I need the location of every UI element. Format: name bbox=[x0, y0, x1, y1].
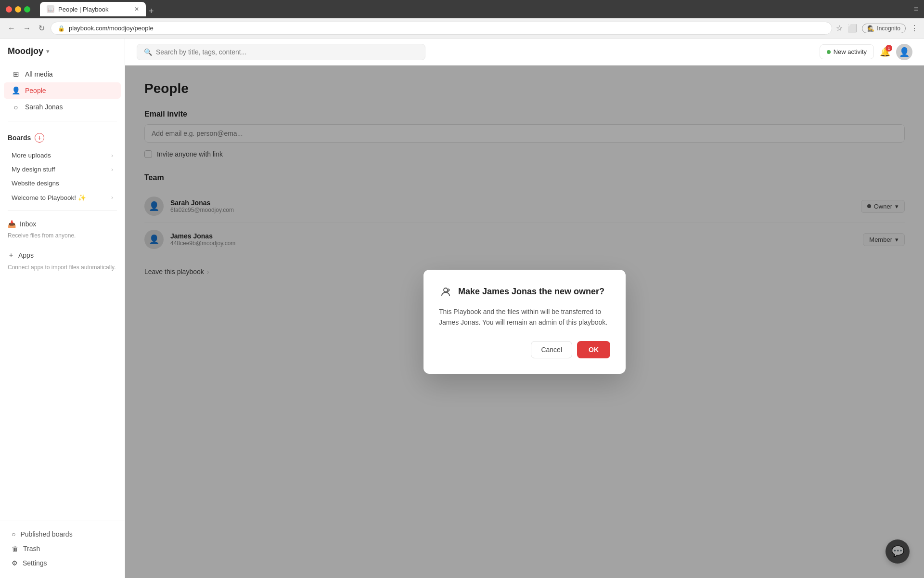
published-icon: ○ bbox=[12, 530, 15, 538]
modal-body: This Playbook and the files within will … bbox=[439, 306, 610, 328]
modal-person-icon bbox=[439, 285, 452, 299]
incognito-label: Incognito bbox=[877, 25, 900, 32]
browser-titlebar: 📖 People | Playbook ✕ + ≡ bbox=[0, 0, 924, 18]
sidebar-item-apps[interactable]: ＋ Apps bbox=[4, 248, 121, 263]
topbar: 🔍 New activity 🔔 1 👤 bbox=[125, 39, 924, 66]
sidebar-item-label-sarah: Sarah Jonas bbox=[25, 103, 63, 111]
inbox-icon: 📥 bbox=[8, 220, 16, 228]
sidebar-divider-2 bbox=[8, 210, 117, 211]
dot-maximize[interactable] bbox=[24, 6, 30, 13]
grid-icon: ⊞ bbox=[12, 70, 20, 79]
board-label-my-design: My design stuff bbox=[12, 166, 55, 173]
sidebar-item-label-all-media: All media bbox=[25, 70, 53, 78]
sidebar-item-settings[interactable]: ⚙ Settings bbox=[4, 556, 121, 570]
search-input[interactable] bbox=[156, 48, 418, 56]
sidebar-bottom: ○ Published boards 🗑 Trash ⚙ Settings bbox=[0, 521, 125, 570]
sarah-icon: ○ bbox=[12, 103, 20, 111]
browser-tab[interactable]: 📖 People | Playbook ✕ bbox=[40, 2, 146, 16]
inbox-sub-text: Receive files from anyone. bbox=[4, 231, 121, 242]
app-logo: Moodjoy bbox=[8, 46, 43, 56]
incognito-badge[interactable]: 🕵 Incognito bbox=[862, 24, 906, 33]
browser-tab-title: People | Playbook bbox=[58, 6, 130, 13]
sidebar-header: Moodjoy ▾ bbox=[0, 46, 125, 64]
sidebar-item-inbox[interactable]: 📥 Inbox bbox=[4, 217, 121, 231]
board-label-website: Website designs bbox=[12, 180, 59, 187]
sidebar-boards-section: Boards + More uploads › My design stuff … bbox=[0, 125, 125, 207]
avatar-icon: 👤 bbox=[899, 47, 910, 57]
activity-dot-icon bbox=[827, 50, 831, 54]
browser-nav: ← → ↻ 🔒 playbook.com/moodjoy/people ☆ ⬜ … bbox=[0, 18, 924, 39]
sidebar-item-all-media[interactable]: ⊞ All media bbox=[4, 66, 121, 82]
settings-label: Settings bbox=[23, 559, 47, 567]
address-bar[interactable]: 🔒 playbook.com/moodjoy/people bbox=[51, 22, 832, 35]
search-bar[interactable]: 🔍 bbox=[137, 44, 425, 60]
apps-icon: ＋ bbox=[8, 251, 14, 260]
board-arrow-icon: › bbox=[111, 152, 113, 159]
board-label-welcome: Welcome to Playbook! ✨ bbox=[12, 194, 86, 201]
boards-label: Boards bbox=[8, 134, 31, 142]
sidebar-item-welcome[interactable]: Welcome to Playbook! ✨ › bbox=[4, 190, 121, 205]
modal-ok-button[interactable]: OK bbox=[577, 341, 610, 358]
sidebar-item-sarah-jonas[interactable]: ○ Sarah Jonas bbox=[4, 99, 121, 115]
sidebar-item-my-design-stuff[interactable]: My design stuff › bbox=[4, 162, 121, 176]
sidebar-item-website-designs[interactable]: Website designs bbox=[4, 176, 121, 190]
browser-chrome: 📖 People | Playbook ✕ + ≡ ← → ↻ 🔒 playbo… bbox=[0, 0, 924, 39]
browser-tab-favicon: 📖 bbox=[47, 5, 54, 13]
extensions-icon[interactable]: ⬜ bbox=[847, 24, 857, 33]
logo-arrow-icon[interactable]: ▾ bbox=[46, 48, 50, 55]
sidebar-item-trash[interactable]: 🗑 Trash bbox=[4, 541, 121, 556]
browser-dots bbox=[6, 6, 30, 13]
bookmark-icon[interactable]: ☆ bbox=[836, 24, 843, 33]
browser-tabs-row: 📖 People | Playbook ✕ + bbox=[34, 2, 160, 16]
modal-actions: Cancel OK bbox=[439, 341, 610, 358]
main-area: 🔍 New activity 🔔 1 👤 People Email bbox=[125, 39, 924, 578]
inbox-section: 📥 Inbox Receive files from anyone. bbox=[0, 215, 125, 246]
topbar-actions: New activity 🔔 1 👤 bbox=[820, 44, 912, 60]
apps-label: Apps bbox=[18, 251, 34, 259]
svg-point-0 bbox=[444, 288, 448, 292]
browser-menu-icon[interactable]: ≡ bbox=[914, 5, 918, 13]
modal-title: Make James Jonas the new owner? bbox=[458, 287, 604, 297]
modal-dialog: Make James Jonas the new owner? This Pla… bbox=[424, 270, 626, 374]
apps-sub-text: Connect apps to import files automatical… bbox=[4, 263, 121, 275]
dot-close[interactable] bbox=[6, 6, 12, 13]
app-container: Moodjoy ▾ ⊞ All media 👤 People ○ Sarah J… bbox=[0, 39, 924, 578]
inbox-label: Inbox bbox=[20, 220, 36, 228]
boards-add-button[interactable]: + bbox=[35, 133, 44, 143]
browser-menu-icon[interactable]: ⋮ bbox=[911, 24, 918, 33]
sidebar-divider bbox=[8, 121, 117, 121]
board-arrow-icon-3: › bbox=[111, 194, 113, 201]
sidebar-item-more-uploads[interactable]: More uploads › bbox=[4, 148, 121, 162]
search-icon: 🔍 bbox=[144, 48, 152, 56]
new-activity-button[interactable]: New activity bbox=[820, 44, 874, 59]
modal-overlay[interactable]: Make James Jonas the new owner? This Pla… bbox=[125, 66, 924, 578]
bell-badge: 1 bbox=[886, 45, 892, 52]
address-lock-icon: 🔒 bbox=[58, 25, 65, 32]
notifications-button[interactable]: 🔔 1 bbox=[880, 47, 890, 57]
trash-label: Trash bbox=[23, 545, 40, 552]
sidebar: Moodjoy ▾ ⊞ All media 👤 People ○ Sarah J… bbox=[0, 39, 125, 578]
sidebar-item-published-boards[interactable]: ○ Published boards bbox=[4, 527, 121, 541]
new-activity-label: New activity bbox=[834, 48, 867, 55]
dot-minimize[interactable] bbox=[15, 6, 21, 13]
nav-forward-button[interactable]: → bbox=[21, 22, 33, 35]
user-avatar-button[interactable]: 👤 bbox=[896, 44, 912, 60]
board-arrow-icon-2: › bbox=[111, 166, 113, 173]
incognito-icon: 🕵 bbox=[867, 25, 874, 32]
sidebar-media-section: ⊞ All media 👤 People ○ Sarah Jonas bbox=[0, 64, 125, 117]
modal-header: Make James Jonas the new owner? bbox=[439, 285, 610, 299]
nav-actions: ☆ ⬜ 🕵 Incognito ⋮ bbox=[836, 24, 918, 33]
address-text: playbook.com/moodjoy/people bbox=[69, 25, 154, 32]
sidebar-item-label-people: People bbox=[25, 87, 46, 94]
nav-refresh-button[interactable]: ↻ bbox=[37, 22, 47, 35]
board-label-more-uploads: More uploads bbox=[12, 152, 51, 159]
new-tab-button[interactable]: + bbox=[149, 6, 154, 16]
modal-cancel-button[interactable]: Cancel bbox=[531, 341, 572, 358]
boards-header: Boards + bbox=[0, 129, 125, 146]
nav-back-button[interactable]: ← bbox=[6, 22, 17, 35]
browser-tab-close-icon[interactable]: ✕ bbox=[134, 6, 139, 13]
sidebar-item-people[interactable]: 👤 People bbox=[4, 82, 121, 99]
people-icon: 👤 bbox=[12, 86, 20, 95]
trash-icon: 🗑 bbox=[12, 545, 18, 552]
apps-section: ＋ Apps Connect apps to import files auto… bbox=[0, 246, 125, 278]
